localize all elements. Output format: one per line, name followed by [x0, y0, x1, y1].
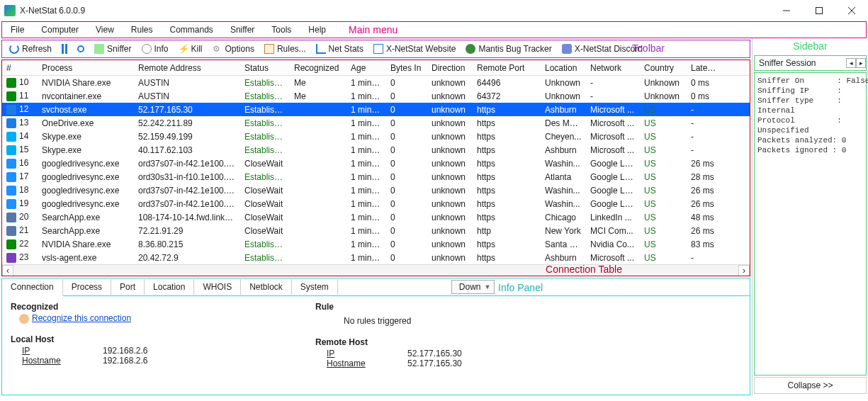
table-row[interactable]: 23vsls-agent.exe20.42.72.9Established1 m… [2, 251, 750, 264]
tab-connection[interactable]: Connection [2, 279, 63, 296]
menu-tools[interactable]: Tools [263, 23, 300, 37]
header-country[interactable]: Country [640, 62, 687, 74]
search-icon [77, 45, 84, 52]
table-row[interactable]: 19googledrivesync.exeord37s07-in-f42.1e1… [2, 197, 750, 210]
mantis-button[interactable]: Mantis Bug Tracker [461, 43, 556, 55]
menu-view[interactable]: View [87, 23, 123, 37]
scroll-left-icon[interactable]: ‹ [2, 265, 13, 276]
svg-rect-1 [816, 7, 823, 13]
table-row[interactable]: 10NVIDIA Share.exeAUSTINEstablishedMe1 m… [2, 76, 750, 89]
rules-button[interactable]: Rules... [260, 43, 310, 55]
tab-process[interactable]: Process [63, 279, 111, 295]
info-tabs: Connection Process Port Location WHOIS N… [1, 278, 750, 296]
header-remote-port[interactable]: Remote Port [473, 62, 541, 74]
remote-ip-value: 52.177.165.30 [407, 349, 462, 358]
header-direction[interactable]: Direction [427, 62, 473, 74]
heading-rule: Rule [315, 302, 741, 312]
gear-icon: ⚙ [213, 44, 222, 54]
sniffer-label: Sniffer [107, 44, 131, 54]
annotation-main-menu: Main menu [349, 24, 398, 35]
header-bytes-in[interactable]: Bytes In [386, 62, 427, 74]
bug-icon [466, 44, 475, 54]
menu-sniffer[interactable]: Sniffer [222, 23, 263, 37]
minimize-button[interactable] [770, 0, 803, 21]
refresh-button[interactable]: Refresh [5, 43, 56, 55]
table-row[interactable]: 12svchost.exe52.177.165.30Established1 m… [2, 103, 750, 116]
table-row[interactable]: 21SearchApp.exe72.21.91.29CloseWait1 min… [2, 224, 750, 237]
app-icon [4, 5, 16, 16]
titlebar: X-NetStat 6.0.0.9 [0, 0, 868, 21]
sidebar-header: Sniffer Session ◂ ▸ [754, 55, 867, 71]
options-button[interactable]: ⚙Options [208, 43, 259, 55]
local-ip-label: IP [22, 346, 86, 356]
sidebar-title: Sniffer Session [759, 58, 816, 68]
sidebar: Sidebar Sniffer Session ◂ ▸ Sniffer On :… [752, 38, 868, 395]
tab-whois[interactable]: WHOIS [194, 279, 241, 295]
website-button[interactable]: X-NetStat Website [369, 43, 460, 55]
heading-recognized: Recognized [11, 302, 308, 312]
menu-file[interactable]: File [2, 23, 33, 37]
table-header: # Process Remote Address Status Recogniz… [2, 60, 750, 76]
header-recognized[interactable]: Recognized [290, 62, 346, 74]
local-hostname-value: 192.168.2.6 [103, 356, 147, 366]
info-label: Info [154, 44, 169, 54]
sniffer-button[interactable]: Sniffer [90, 43, 135, 55]
tab-location[interactable]: Location [145, 279, 194, 295]
rule-none: No rules triggered [315, 313, 741, 326]
close-button[interactable] [835, 0, 868, 21]
netstats-button[interactable]: Net Stats [312, 43, 368, 55]
discord-icon [562, 44, 572, 54]
table-row[interactable]: 15Skype.exe40.117.62.103Established1 min… [2, 143, 750, 157]
rules-label: Rules... [277, 44, 306, 54]
menu-commands[interactable]: Commands [162, 23, 222, 37]
menu-rules[interactable]: Rules [123, 23, 162, 37]
header-process[interactable]: Process [38, 62, 134, 74]
kill-button[interactable]: ⚡Kill [174, 43, 207, 55]
table-row[interactable]: 17googledrivesync.exeord30s31-in-f10.1e1… [2, 170, 750, 183]
table-row[interactable]: 11nvcontainer.exeAUSTINEstablishedMe1 mi… [2, 89, 750, 103]
header-num[interactable]: # [2, 62, 38, 74]
sidebar-scroll-right-icon[interactable]: ▸ [856, 58, 866, 68]
sniffer-icon [94, 44, 104, 54]
table-row[interactable]: 14Skype.exe52.159.49.199Established1 min… [2, 130, 750, 143]
refresh-icon [9, 44, 19, 54]
header-age[interactable]: Age [346, 62, 386, 74]
tab-system[interactable]: System [292, 279, 338, 295]
header-location[interactable]: Location [541, 62, 586, 74]
bolt-icon: ⚡ [179, 44, 188, 54]
tab-netblock[interactable]: Netblock [241, 279, 292, 295]
table-row[interactable]: 20SearchApp.exe108-174-10-14.fwd.linke..… [2, 210, 750, 224]
remote-ip-label: IP [327, 349, 390, 358]
pause-button[interactable] [57, 43, 72, 55]
netstats-label: Net Stats [329, 44, 363, 54]
scroll-right-icon[interactable]: › [738, 265, 750, 276]
table-row[interactable]: 18googledrivesync.exeord37s07-in-f42.1e1… [2, 183, 750, 197]
remote-hostname-value: 52.177.165.30 [407, 358, 462, 368]
down-button[interactable]: Down [451, 280, 495, 294]
scroll-track[interactable] [13, 265, 738, 276]
collapse-button[interactable]: Collapse >> [754, 377, 867, 394]
refresh-label: Refresh [22, 44, 52, 54]
table-row[interactable]: 13OneDrive.exe52.242.211.89Established1 … [2, 116, 750, 130]
chart-icon [316, 44, 326, 54]
info-button[interactable]: Info [137, 43, 173, 55]
menu-help[interactable]: Help [300, 23, 334, 37]
maximize-button[interactable] [803, 0, 835, 21]
table-body[interactable]: 10NVIDIA Share.exeAUSTINEstablishedMe1 m… [2, 76, 750, 264]
sidebar-scroll-left-icon[interactable]: ◂ [846, 58, 856, 68]
menu-computer[interactable]: Computer [33, 23, 87, 37]
search-button[interactable] [73, 44, 89, 54]
header-status[interactable]: Status [240, 62, 290, 74]
remote-hostname-label: Hostname [327, 358, 390, 368]
sidebar-body: Sniffer On : False Sniffing IP : Sniffer… [754, 72, 867, 375]
table-row[interactable]: 22NVIDIA Share.exe8.36.80.215Established… [2, 237, 750, 251]
horizontal-scrollbar[interactable]: ‹ › [2, 264, 750, 276]
table-row[interactable]: 16googledrivesync.exeord37s07-in-f42.1e1… [2, 157, 750, 170]
recognize-link[interactable]: Recognize this connection [11, 313, 308, 323]
clipboard-icon [264, 44, 274, 54]
header-network[interactable]: Network [586, 62, 640, 74]
header-remote-address[interactable]: Remote Address [134, 62, 240, 74]
kill-label: Kill [191, 44, 203, 54]
header-latency[interactable]: Latency [687, 62, 725, 74]
tab-port[interactable]: Port [111, 279, 145, 295]
